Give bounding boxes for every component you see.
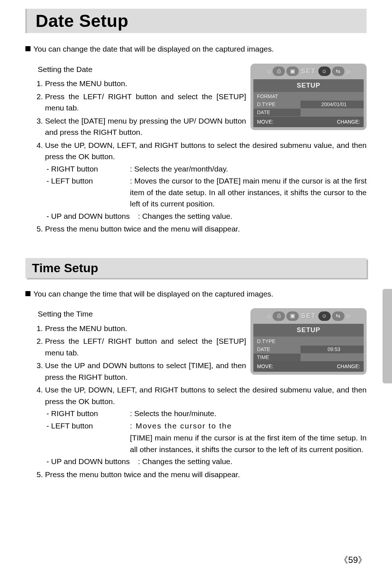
sub-key: - UP and DOWN buttons (46, 210, 138, 222)
menu-header: SETUP (253, 79, 364, 92)
time-intro: You can change the time that will be dis… (25, 288, 367, 300)
menu-panel: SETUP D.TYPE DATE 09:53 TIME (253, 324, 364, 372)
page-number-value: 59 (348, 555, 358, 565)
sub-key: - UP and DOWN buttons (46, 456, 138, 467)
menu-value: 09:53 (301, 346, 364, 353)
footer-change: CHANGE: (337, 118, 360, 126)
menu-label: TIME (253, 354, 301, 361)
menu-value: 2004/01/01 (301, 101, 364, 108)
menu-label: DATE (253, 109, 301, 116)
thumb-tab (383, 289, 392, 383)
menu-row-date: DATE 09:53 (253, 345, 364, 353)
sub-val: [TIME] main menu if the cursor is at the… (130, 432, 367, 455)
camera-tab-icon: ⎙ (273, 311, 285, 321)
sub-key-empty (46, 432, 130, 455)
date-intro: You can change the date that will be dis… (25, 43, 367, 55)
menu-row-date: DATE (253, 109, 364, 117)
footer-change: CHANGE: (337, 363, 360, 370)
square-bullet-icon (25, 291, 30, 296)
person-tab-icon: ☺ (318, 67, 331, 76)
page-number: 《59》 (339, 554, 367, 566)
menu-footer: MOVE: CHANGE: (253, 361, 364, 372)
menu-header: SETUP (253, 324, 364, 337)
triangle-left-icon: ◁ (266, 312, 271, 320)
sub-val: : Selects the year/month/day. (130, 163, 228, 175)
globe-tab-icon: ⇆ (332, 67, 344, 76)
set-tab-label: SET (300, 311, 317, 321)
sub-val: : Moves the cursor to the [DATE] main me… (130, 175, 367, 210)
menu-label: FORMAT (253, 93, 301, 100)
time-step-5: Press the menu button twice and the menu… (45, 469, 367, 480)
menu-label: D.TYPE (253, 101, 301, 108)
play-tab-icon: ▣ (286, 311, 299, 321)
camera-tab-icon: ⎙ (273, 67, 285, 76)
play-tab-icon: ▣ (286, 67, 299, 76)
time-intro-text: You can change the time that will be dis… (33, 288, 273, 300)
step-text: Use the UP, DOWN, LEFT, and RIGHT button… (45, 386, 367, 406)
date-content: You can change the date that will be dis… (25, 43, 367, 236)
date-camera-screen: ◁ ⎙ ▣ SET ☺ ⇆ ▷ SETUP FORMAT (250, 64, 367, 130)
tab-row: ◁ ⎙ ▣ SET ☺ ⇆ ▷ (253, 67, 364, 79)
menu-row-dtype: D.TYPE (253, 337, 364, 345)
sub-val: : Changes the setting value. (138, 456, 232, 467)
triangle-right-icon: ▷ (346, 68, 351, 75)
sub-val: : Changes the setting value. (138, 210, 232, 222)
sub-key: - LEFT button (46, 420, 130, 432)
triangle-left-icon: ◁ (266, 68, 271, 75)
date-step-4: Use the UP, DOWN, LEFT, and RIGHT button… (45, 140, 367, 222)
page-title: Date Setup (36, 11, 363, 31)
menu-label: DATE (253, 346, 301, 353)
sub-key: - RIGHT button (46, 408, 130, 419)
menu-label: D.TYPE (253, 338, 301, 345)
footer-move: MOVE: (257, 118, 273, 126)
person-tab-icon: ☺ (318, 311, 331, 321)
menu-row-dtype: D.TYPE 2004/01/01 (253, 101, 364, 109)
globe-tab-icon: ⇆ (332, 311, 344, 321)
step-text: Use the UP, DOWN, LEFT, and RIGHT button… (45, 141, 367, 161)
menu-row-time: TIME (253, 353, 364, 361)
sub-key: - LEFT button (46, 175, 130, 210)
tab-row: ◁ ⎙ ▣ SET ☺ ⇆ ▷ (253, 311, 364, 324)
menu-footer: MOVE: CHANGE: (253, 117, 364, 127)
time-step-4: Use the UP, DOWN, LEFT, and RIGHT button… (45, 384, 367, 467)
square-bullet-icon (25, 46, 30, 51)
sub-key: - RIGHT button (46, 163, 130, 175)
page-title-bar: Date Setup (25, 9, 367, 33)
section-title-bar: Time Setup (25, 258, 367, 278)
footer-move: MOVE: (257, 363, 273, 370)
menu-row-format: FORMAT (253, 93, 364, 101)
set-tab-label: SET (300, 67, 317, 76)
triangle-right-icon: ▷ (346, 312, 351, 320)
date-step-5: Press the menu button twice and the menu… (45, 223, 367, 235)
time-content: You can change the time that will be dis… (25, 288, 367, 482)
date-intro-text: You can change the date that will be dis… (33, 43, 274, 55)
sub-val: : Moves the cursor to the (130, 420, 367, 432)
sub-val: : Selects the hour/minute. (130, 408, 216, 419)
time-camera-screen: ◁ ⎙ ▣ SET ☺ ⇆ ▷ SETUP D.TYPE (250, 308, 367, 375)
section-title: Time Setup (32, 261, 360, 275)
menu-panel: SETUP FORMAT D.TYPE 2004/01/01 DATE (253, 79, 364, 127)
